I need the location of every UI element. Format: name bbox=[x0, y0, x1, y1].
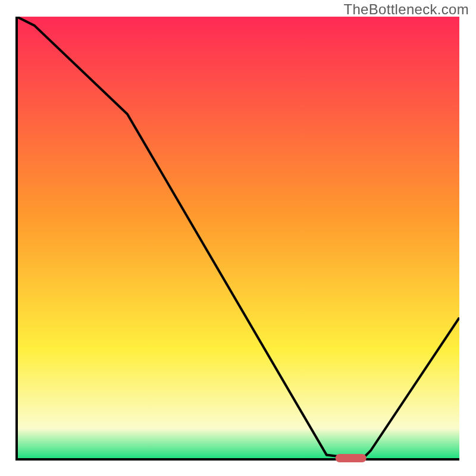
optimum-marker bbox=[336, 454, 367, 462]
chart-frame: TheBottleneck.com bbox=[0, 0, 476, 476]
watermark-text: TheBottleneck.com bbox=[343, 1, 469, 18]
bottleneck-chart bbox=[0, 0, 476, 476]
gradient-background bbox=[17, 17, 459, 459]
